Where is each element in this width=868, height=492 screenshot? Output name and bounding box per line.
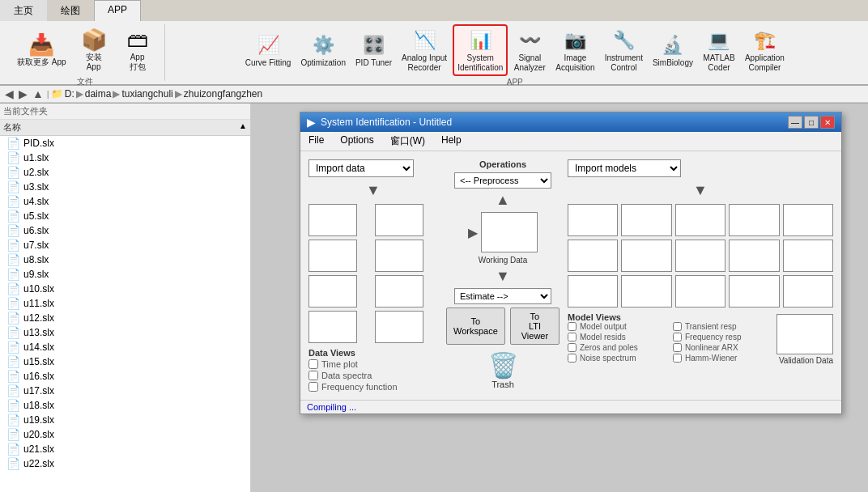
model-cell-1[interactable] — [568, 204, 618, 236]
analog-input-recorder-button[interactable]: 📉 Analog InputRecorder — [398, 25, 451, 75]
model-cell-4[interactable] — [729, 204, 779, 236]
model-resids-row[interactable]: Model resids — [568, 333, 666, 341]
import-models-dropdown[interactable]: Import models — [568, 159, 681, 177]
menu-help[interactable]: Help — [438, 134, 465, 149]
hamm-wiener-row[interactable]: Hamm-Wiener — [673, 354, 772, 363]
model-cell-5[interactable] — [783, 204, 833, 236]
model-output-row[interactable]: Model output — [568, 322, 666, 331]
list-item[interactable]: 📄u12.slx — [0, 311, 250, 325]
path-part-tuxiang[interactable]: tuxiangchuli — [121, 88, 172, 100]
noise-spectrum-checkbox[interactable] — [568, 354, 577, 363]
path-part-daima[interactable]: daima — [85, 88, 112, 100]
model-cell-12[interactable] — [621, 275, 671, 308]
list-item[interactable]: 📄u16.slx — [0, 369, 250, 384]
list-item[interactable]: 📄PID.slx — [0, 136, 250, 151]
tab-home[interactable]: 主页 — [0, 0, 47, 21]
model-cell-15[interactable] — [783, 275, 833, 308]
data-cell-4[interactable] — [375, 240, 423, 272]
nav-up-button[interactable]: ▲ — [31, 87, 45, 100]
sort-icon[interactable]: ▲ — [239, 121, 247, 134]
list-item[interactable]: 📄u14.slx — [0, 340, 250, 354]
nav-forward-button[interactable]: ▶ — [17, 87, 29, 100]
signal-analyzer-button[interactable]: 〰️ SignalAnalyzer — [509, 25, 550, 75]
list-item[interactable]: 📄u2.slx — [0, 165, 250, 180]
dialog-minimize-button[interactable]: — — [788, 116, 802, 129]
list-item[interactable]: 📄u6.slx — [0, 223, 250, 238]
frequency-function-row[interactable]: Frequency function — [308, 382, 438, 392]
list-item[interactable]: 📄u15.slx — [0, 354, 250, 369]
time-plot-row[interactable]: Time plot — [308, 359, 438, 369]
list-item[interactable]: 📄u4.slx — [0, 194, 250, 209]
data-cell-3[interactable] — [308, 240, 357, 272]
working-data-box[interactable] — [481, 212, 538, 252]
data-spectra-row[interactable]: Data spectra — [308, 371, 438, 380]
instrument-control-button[interactable]: 🔧 InstrumentControl — [601, 25, 647, 75]
install-app-button[interactable]: 📦 安装App — [74, 24, 114, 74]
list-item[interactable]: 📄u20.slx — [0, 427, 250, 442]
hamm-wiener-checkbox[interactable] — [673, 354, 682, 363]
system-identification-button[interactable]: 📊 SystemIdentification — [453, 24, 508, 76]
list-item[interactable]: 📄u10.slx — [0, 282, 250, 296]
model-cell-11[interactable] — [568, 275, 618, 308]
data-cell-6[interactable] — [375, 275, 423, 308]
list-item[interactable]: 📄u18.slx — [0, 398, 250, 413]
frequency-function-checkbox[interactable] — [308, 382, 318, 392]
model-cell-9[interactable] — [729, 240, 779, 272]
pid-tuner-button[interactable]: 🎛️ PID Tuner — [351, 30, 396, 70]
transient-resp-checkbox[interactable] — [673, 322, 682, 331]
application-compiler-button[interactable]: 🏗️ ApplicationCompiler — [741, 25, 789, 75]
menu-file[interactable]: File — [305, 134, 327, 149]
noise-spectrum-row[interactable]: Noise spectrum — [568, 354, 666, 363]
menu-options[interactable]: Options — [337, 134, 377, 149]
model-cell-10[interactable] — [783, 240, 833, 272]
path-part-zhuizong[interactable]: zhuizongfangzhen — [184, 88, 262, 100]
list-item[interactable]: 📄u19.slx — [0, 413, 250, 427]
path-part-d[interactable]: D: — [65, 88, 74, 100]
data-cell-1[interactable] — [308, 204, 357, 236]
validation-data-box[interactable] — [777, 314, 833, 354]
list-item[interactable]: 📄u9.slx — [0, 267, 250, 282]
trash-icon[interactable]: 🗑️ — [488, 351, 518, 380]
zeros-poles-checkbox[interactable] — [568, 343, 577, 352]
get-more-app-button[interactable]: 📥 获取更多 App — [13, 29, 70, 70]
list-item[interactable]: 📄u17.slx — [0, 384, 250, 398]
model-cell-6[interactable] — [568, 240, 618, 272]
nav-back-button[interactable]: ◀ — [3, 87, 15, 100]
list-item[interactable]: 📄u5.slx — [0, 209, 250, 223]
tab-plot[interactable]: 绘图 — [47, 0, 94, 21]
list-item[interactable]: 📄u8.slx — [0, 252, 250, 267]
tab-app[interactable]: APP — [94, 0, 141, 21]
data-cell-2[interactable] — [375, 204, 423, 236]
dialog-maximize-button[interactable]: □ — [804, 116, 819, 129]
frequency-resp-checkbox[interactable] — [673, 333, 682, 341]
list-item[interactable]: 📄u3.slx — [0, 180, 250, 194]
model-resids-checkbox[interactable] — [568, 333, 577, 341]
import-data-dropdown[interactable]: Import data — [308, 159, 414, 177]
list-item[interactable]: 📄u22.slx — [0, 456, 250, 471]
simbiology-button[interactable]: 🔬 SimBiology — [649, 30, 697, 70]
estimate-dropdown[interactable]: Estimate --> — [454, 288, 551, 304]
list-item[interactable]: 📄u11.slx — [0, 296, 250, 311]
model-cell-2[interactable] — [621, 204, 671, 236]
to-workspace-button[interactable]: ToWorkspace — [446, 308, 505, 345]
zeros-poles-row[interactable]: Zeros and poles — [568, 343, 666, 352]
nonlinear-arx-row[interactable]: Nonlinear ARX — [673, 343, 772, 352]
list-item[interactable]: 📄u1.slx — [0, 151, 250, 165]
model-cell-13[interactable] — [675, 275, 725, 308]
model-cell-8[interactable] — [675, 240, 725, 272]
frequency-resp-row[interactable]: Frequency resp — [673, 333, 772, 341]
nonlinear-arx-checkbox[interactable] — [673, 343, 682, 352]
data-cell-8[interactable] — [375, 311, 423, 343]
matlab-coder-button[interactable]: 💻 MATLABCoder — [699, 25, 739, 75]
preprocess-dropdown[interactable]: <-- Preprocess — [454, 172, 551, 189]
app-pack-button[interactable]: 🗃 App打包 — [117, 24, 158, 74]
to-lti-viewer-button[interactable]: ToLTI Viewer — [510, 308, 560, 345]
list-item[interactable]: 📄u21.slx — [0, 442, 250, 456]
optimization-button[interactable]: ⚙️ Optimization — [296, 30, 350, 70]
menu-window[interactable]: 窗口(W) — [387, 134, 428, 149]
curve-fitting-button[interactable]: 📈 Curve Fitting — [241, 30, 296, 70]
data-spectra-checkbox[interactable] — [308, 371, 318, 380]
transient-resp-row[interactable]: Transient resp — [673, 322, 772, 331]
image-acquisition-button[interactable]: 📷 ImageAcquisition — [551, 25, 598, 75]
time-plot-checkbox[interactable] — [308, 359, 318, 369]
